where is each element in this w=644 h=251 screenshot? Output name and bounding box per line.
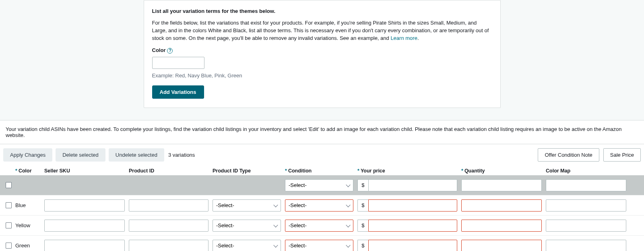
currency-prefix: $ bbox=[357, 199, 368, 212]
row-color-label: Yellow bbox=[15, 222, 44, 228]
col-price: Your price bbox=[361, 168, 385, 174]
bulk-edit-row: -Select- $ bbox=[0, 175, 644, 195]
color-input[interactable] bbox=[152, 57, 204, 69]
product-id-input[interactable] bbox=[129, 220, 208, 232]
table-row: Blue -Select- -Select- $ bbox=[0, 195, 644, 216]
color-map-input[interactable] bbox=[546, 240, 626, 251]
seller-sku-input[interactable] bbox=[44, 199, 125, 212]
color-example: Example: Red, Navy Blue, Pink, Green bbox=[152, 72, 492, 80]
variation-terms-panel: List all your variation terms for the th… bbox=[144, 0, 501, 108]
seller-sku-input[interactable] bbox=[44, 240, 125, 251]
condition-select[interactable]: -Select- bbox=[285, 240, 353, 251]
offer-condition-note-button[interactable]: Offer Condition Note bbox=[538, 148, 599, 162]
color-map-input[interactable] bbox=[546, 220, 626, 232]
row-checkbox[interactable] bbox=[6, 222, 12, 228]
quantity-input[interactable] bbox=[461, 240, 542, 251]
product-id-input[interactable] bbox=[129, 199, 208, 212]
bulk-color-map-input[interactable] bbox=[546, 179, 626, 191]
row-color-label: Green bbox=[15, 243, 44, 249]
quantity-input[interactable] bbox=[461, 199, 542, 212]
add-variations-button[interactable]: Add Variations bbox=[152, 85, 204, 99]
col-product-id: Product ID bbox=[129, 168, 213, 174]
row-color-label: Blue bbox=[15, 202, 44, 208]
variations-toolbar: Apply Changes Delete selected Undelete s… bbox=[0, 144, 644, 166]
col-product-id-type: Product ID Type bbox=[213, 168, 285, 174]
col-condition: Condition bbox=[288, 168, 312, 174]
color-map-input[interactable] bbox=[546, 199, 626, 212]
quantity-input[interactable] bbox=[461, 220, 542, 232]
product-id-type-select[interactable]: -Select- bbox=[213, 240, 281, 251]
col-sku: Seller SKU bbox=[44, 168, 129, 174]
price-input[interactable] bbox=[368, 199, 457, 212]
delete-selected-button[interactable]: Delete selected bbox=[56, 148, 105, 162]
currency-prefix: $ bbox=[357, 220, 368, 232]
condition-select[interactable]: -Select- bbox=[285, 220, 353, 232]
row-checkbox[interactable] bbox=[6, 202, 12, 208]
condition-select[interactable]: -Select- bbox=[285, 199, 353, 212]
sale-price-button[interactable]: Sale Price bbox=[603, 148, 641, 162]
currency-prefix: $ bbox=[357, 240, 368, 251]
product-id-input[interactable] bbox=[129, 240, 208, 251]
table-row: Yellow -Select- -Select- $ bbox=[0, 216, 644, 236]
currency-prefix: $ bbox=[357, 179, 368, 191]
select-all-checkbox[interactable] bbox=[6, 182, 12, 188]
product-id-type-select[interactable]: -Select- bbox=[213, 199, 281, 212]
price-input[interactable] bbox=[368, 220, 457, 232]
undelete-selected-button[interactable]: Undelete selected bbox=[109, 148, 164, 162]
bulk-quantity-input[interactable] bbox=[461, 179, 542, 191]
info-bar: Your variation child ASINs have been cre… bbox=[0, 120, 644, 144]
price-input[interactable] bbox=[368, 240, 457, 251]
seller-sku-input[interactable] bbox=[44, 220, 125, 232]
table-row: Green -Select- -Select- $ bbox=[0, 236, 644, 251]
table-column-headers: *Color Seller SKU Product ID Product ID … bbox=[0, 166, 644, 175]
panel-body: For the fields below, list the variation… bbox=[152, 19, 492, 42]
panel-heading: List all your variation terms for the th… bbox=[152, 8, 492, 15]
bulk-condition-select[interactable]: -Select- bbox=[285, 179, 353, 191]
bulk-price-input[interactable] bbox=[368, 179, 457, 191]
help-icon[interactable]: ? bbox=[167, 48, 173, 54]
col-color: Color bbox=[19, 168, 32, 174]
color-label: Color ? bbox=[152, 47, 173, 54]
col-color-map: Color Map bbox=[546, 168, 630, 174]
variation-count: 3 variations bbox=[168, 152, 195, 158]
apply-changes-button[interactable]: Apply Changes bbox=[3, 148, 52, 162]
product-id-type-select[interactable]: -Select- bbox=[213, 220, 281, 232]
row-checkbox[interactable] bbox=[6, 243, 12, 249]
learn-more-link[interactable]: Learn more bbox=[390, 35, 417, 41]
col-quantity: Quantity bbox=[464, 168, 485, 174]
